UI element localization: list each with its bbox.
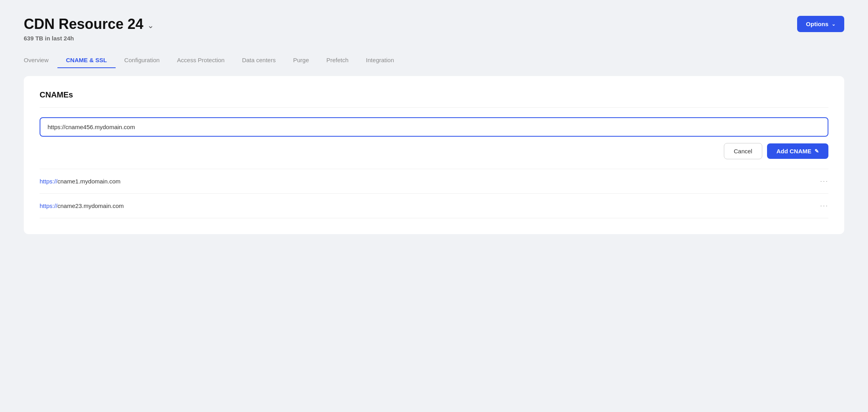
options-label: Options: [806, 21, 828, 27]
cname-input-row: [40, 117, 828, 137]
list-item: https://cname23.mydomain.com ···: [40, 194, 828, 218]
tab-overview[interactable]: Overview: [24, 53, 57, 68]
tab-cname-ssl[interactable]: CNAME & SSL: [57, 53, 116, 68]
tab-access-protection[interactable]: Access Protection: [168, 53, 233, 68]
cancel-label: Cancel: [734, 148, 752, 154]
cname-https-1: https://: [40, 178, 57, 185]
add-cname-button[interactable]: Add CNAME ✎: [767, 143, 828, 159]
cname-dots-menu-1[interactable]: ···: [820, 177, 828, 185]
title-chevron-icon[interactable]: ⌄: [147, 21, 154, 30]
list-item: https://cname1.mydomain.com ···: [40, 169, 828, 194]
tabs-navigation: Overview CNAME & SSL Configuration Acces…: [24, 53, 844, 68]
page-header: CDN Resource 24 ⌄ 639 TB in last 24h Opt…: [24, 16, 844, 42]
cname-list: https://cname1.mydomain.com ··· https://…: [40, 169, 828, 218]
add-cname-label: Add CNAME: [777, 148, 811, 154]
cancel-button[interactable]: Cancel: [724, 143, 762, 159]
add-cname-icon: ✎: [815, 148, 819, 154]
cname-dots-menu-23[interactable]: ···: [820, 202, 828, 210]
cname-rest-23: cname23.mydomain.com: [57, 202, 124, 209]
tab-purge[interactable]: Purge: [284, 53, 318, 68]
tab-configuration[interactable]: Configuration: [116, 53, 168, 68]
cname-rest-1: cname1.mydomain.com: [57, 178, 120, 185]
cname-https-23: https://: [40, 202, 57, 209]
options-button[interactable]: Options ⌄: [797, 16, 844, 32]
title-row: CDN Resource 24 ⌄: [24, 16, 154, 32]
tab-data-centers[interactable]: Data centers: [233, 53, 284, 68]
page-subtitle: 639 TB in last 24h: [24, 35, 154, 42]
options-chevron-icon: ⌄: [832, 21, 836, 27]
section-title: CNAMEs: [40, 90, 828, 108]
page-title: CDN Resource 24: [24, 16, 143, 32]
tab-prefetch[interactable]: Prefetch: [318, 53, 357, 68]
action-row: Cancel Add CNAME ✎: [40, 143, 828, 159]
title-area: CDN Resource 24 ⌄ 639 TB in last 24h: [24, 16, 154, 42]
cname-input[interactable]: [40, 117, 828, 137]
cname-link-23[interactable]: https://cname23.mydomain.com: [40, 202, 124, 209]
main-card: CNAMEs Cancel Add CNAME ✎ https://cname1…: [24, 76, 844, 234]
cname-link-1[interactable]: https://cname1.mydomain.com: [40, 178, 120, 185]
tab-integration[interactable]: Integration: [357, 53, 403, 68]
